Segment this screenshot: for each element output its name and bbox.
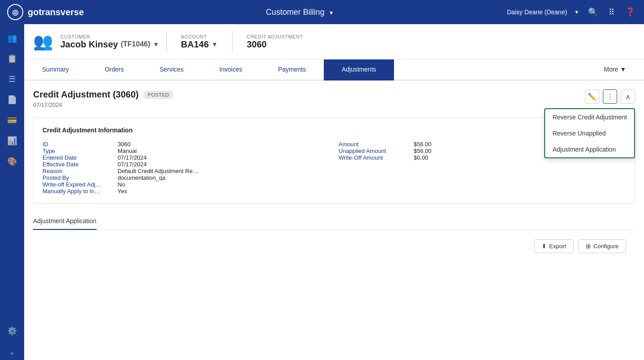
info-left-column: ID 3060 Type Manual Entered Date 07/17/2… xyxy=(42,141,330,195)
value-id: 3060 xyxy=(118,141,330,148)
dropdown-menu: Reverse Credit Adjustment Reverse Unappl… xyxy=(544,108,635,158)
info-row-id: ID 3060 xyxy=(42,141,330,148)
tab-more[interactable]: More ▼ xyxy=(586,59,644,80)
posted-badge: POSTED xyxy=(144,91,173,99)
configure-button[interactable]: ⊞ Configure xyxy=(578,239,626,253)
export-button[interactable]: ⬆ Export xyxy=(534,239,574,253)
ca-date: 07/17/2024 xyxy=(33,102,635,108)
tab-bar: Summary Orders Services Invoices Payment… xyxy=(24,59,644,80)
bottom-actions: ⬆ Export ⊞ Configure xyxy=(33,235,635,258)
info-row-type: Type Manual xyxy=(42,148,330,154)
account-dropdown-icon[interactable]: ▼ xyxy=(212,41,218,48)
tab-invoices[interactable]: Invoices xyxy=(201,59,260,80)
tab-payments[interactable]: Payments xyxy=(260,59,324,80)
app-title: Customer Billing ▼ xyxy=(93,8,507,17)
section-tab-adjustment-application[interactable]: Adjustment Application xyxy=(33,213,97,230)
logo-icon: ◎ xyxy=(7,4,23,20)
credit-adj-section: CREDIT ADJUSTMENT 3060 xyxy=(240,34,310,50)
dropdown-item-reverse-unapplied[interactable]: Reverse Unapplied xyxy=(545,125,634,141)
tab-adjustments[interactable]: Adjustments xyxy=(324,59,394,80)
label-effective-date: Effective Date xyxy=(42,161,114,168)
sidebar-item-billing[interactable]: 💳 xyxy=(3,111,21,130)
dropdown-item-adjustment-application[interactable]: Adjustment Application xyxy=(545,141,634,157)
customer-label: CUSTOMER xyxy=(60,34,159,39)
info-row-posted-by: Posted By documentation_qa xyxy=(42,174,330,181)
section-tabs: Adjustment Application xyxy=(33,213,635,230)
info-row-writeoff-expired: Write-off Expired Adj… No xyxy=(42,181,330,188)
tab-orders[interactable]: Orders xyxy=(87,59,142,80)
dropdown-arrow-icon[interactable]: ▼ xyxy=(574,9,579,15)
value-posted-by: documentation_qa xyxy=(118,174,330,181)
label-reason: Reason xyxy=(42,168,114,174)
search-button[interactable]: 🔍 xyxy=(586,5,600,19)
label-writeoff-amount: Write-Off Amount xyxy=(339,154,410,161)
info-grid: ID 3060 Type Manual Entered Date 07/17/2… xyxy=(42,141,626,195)
ca-actions: ✏️ ⋮ ∧ xyxy=(585,89,635,104)
help-button[interactable]: ❓ xyxy=(623,5,637,19)
app-body: 👥 📋 ☰ 📄 💳 📊 🎨 ⚙️ » 👥 CUSTOMER Jacob Kins… xyxy=(0,24,644,360)
info-row-manually-apply: Manually Apply to In… Yes xyxy=(42,188,330,195)
label-amount: Amount xyxy=(339,141,410,148)
label-entered-date: Entered Date xyxy=(42,154,114,161)
label-writeoff-expired: Write-off Expired Adj… xyxy=(42,181,114,188)
sidebar-item-reports[interactable]: 📊 xyxy=(3,131,21,150)
label-manually-apply: Manually Apply to In… xyxy=(42,188,114,195)
credit-adj-label: CREDIT ADJUSTMENT xyxy=(247,34,303,39)
edit-button[interactable]: ✏️ xyxy=(585,89,599,104)
sidebar: 👥 📋 ☰ 📄 💳 📊 🎨 ⚙️ » xyxy=(0,24,24,360)
page-header: 👥 CUSTOMER Jacob Kinsey (TF1046) ▼ ACCOU… xyxy=(24,24,644,59)
sidebar-item-list[interactable]: ☰ xyxy=(3,70,21,89)
customer-dropdown-icon[interactable]: ▼ xyxy=(153,41,159,48)
logo[interactable]: ◎ gotransverse xyxy=(7,4,84,20)
sidebar-item-themes[interactable]: 🎨 xyxy=(3,152,21,171)
top-navigation: ◎ gotransverse Customer Billing ▼ Daisy … xyxy=(0,0,644,24)
logo-text: gotransverse xyxy=(28,7,84,17)
info-row-entered-date: Entered Date 07/17/2024 xyxy=(42,154,330,161)
ca-title: Credit Adjustment (3060) xyxy=(33,89,139,100)
info-section-title: Credit Adjustment Information xyxy=(42,127,626,134)
value-manually-apply: Yes xyxy=(118,188,330,195)
value-writeoff-expired: No xyxy=(118,181,330,188)
customer-icon: 👥 xyxy=(33,32,53,51)
account-label: ACCOUNT xyxy=(181,34,218,39)
dropdown-item-reverse-credit[interactable]: Reverse Credit Adjustment xyxy=(545,109,634,125)
user-menu[interactable]: Daisy Deane (Deane) xyxy=(507,8,567,16)
customer-name-value: Jacob Kinsey (TF1046) ▼ xyxy=(60,39,159,50)
value-entered-date: 07/17/2024 xyxy=(118,154,330,161)
export-icon: ⬆ xyxy=(542,243,547,250)
ca-header: Credit Adjustment (3060) POSTED xyxy=(33,89,635,100)
sidebar-item-customers[interactable]: 👥 xyxy=(3,29,21,47)
configure-icon: ⊞ xyxy=(586,243,591,250)
tab-services[interactable]: Services xyxy=(142,59,202,80)
more-options-button[interactable]: ⋮ xyxy=(603,89,617,104)
info-row-reason: Reason Default Credit Adjustment Re… xyxy=(42,168,330,174)
label-id: ID xyxy=(42,141,114,148)
account-value: BA146 ▼ xyxy=(181,39,218,50)
tab-summary[interactable]: Summary xyxy=(24,59,87,80)
customer-section: CUSTOMER Jacob Kinsey (TF1046) ▼ xyxy=(60,34,159,50)
top-nav-actions: Daisy Deane (Deane) ▼ 🔍 ⠿ ❓ xyxy=(507,5,637,19)
label-unapplied-amount: Unapplied Amount xyxy=(339,148,410,154)
collapse-button[interactable]: ∧ xyxy=(621,89,635,104)
label-type: Type xyxy=(42,148,114,154)
header-divider-2 xyxy=(232,30,233,53)
sidebar-item-settings[interactable]: ⚙️ xyxy=(3,322,21,340)
info-row-effective-date: Effective Date 07/17/2024 xyxy=(42,161,330,168)
content-area: Credit Adjustment (3060) POSTED 07/17/20… xyxy=(24,80,644,267)
sidebar-item-orders[interactable]: 📋 xyxy=(3,49,21,68)
value-type: Manual xyxy=(118,148,330,154)
main-content: 👥 CUSTOMER Jacob Kinsey (TF1046) ▼ ACCOU… xyxy=(24,24,644,360)
header-divider-1 xyxy=(166,30,167,53)
credit-adj-value: 3060 xyxy=(247,39,303,50)
sidebar-expand-button[interactable]: » xyxy=(3,347,21,360)
sidebar-item-documents[interactable]: 📄 xyxy=(3,90,21,109)
value-effective-date: 07/17/2024 xyxy=(118,161,330,168)
grid-menu-button[interactable]: ⠿ xyxy=(607,5,616,19)
account-section: ACCOUNT BA146 ▼ xyxy=(174,34,225,50)
value-reason: Default Credit Adjustment Re… xyxy=(118,168,330,174)
label-posted-by: Posted By xyxy=(42,174,114,181)
